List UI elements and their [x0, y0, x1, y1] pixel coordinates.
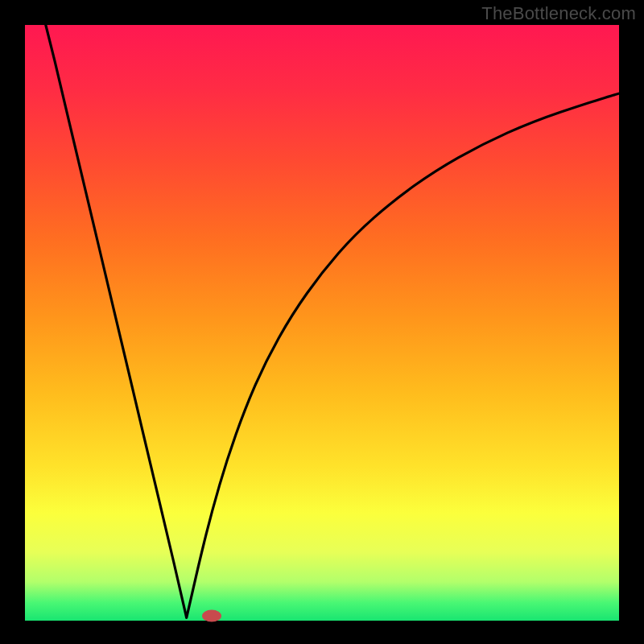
gradient-background: [25, 25, 619, 621]
bottleneck-plot: [0, 0, 644, 644]
chart-frame: TheBottleneck.com: [0, 0, 644, 644]
optimal-marker: [202, 610, 221, 622]
watermark-text: TheBottleneck.com: [481, 3, 636, 24]
